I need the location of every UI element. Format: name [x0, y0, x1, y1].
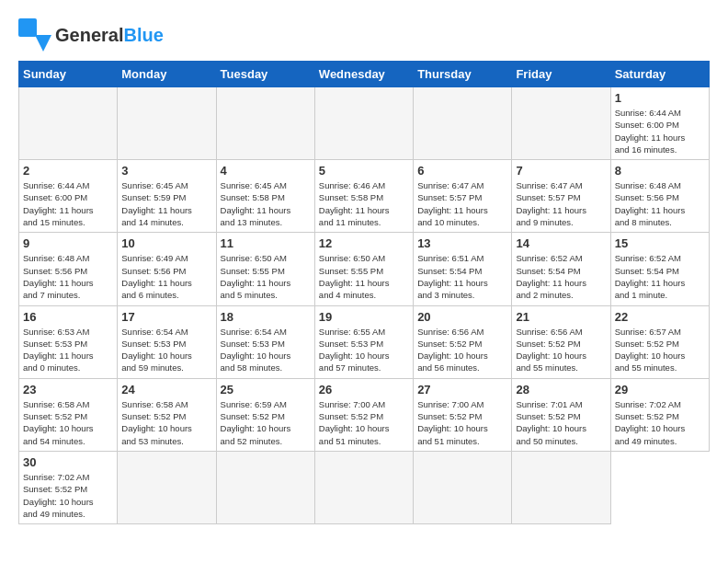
day-number: 6: [417, 164, 507, 178]
calendar-cell: [118, 451, 216, 523]
calendar-cell: [512, 451, 610, 523]
day-number: 4: [221, 164, 311, 178]
page-header: GeneralBlue: [18, 18, 710, 52]
day-info: Sunrise: 7:02 AM Sunset: 5:52 PM Dayligh…: [23, 471, 113, 520]
calendar-cell: 11Sunrise: 6:50 AM Sunset: 5:55 PM Dayli…: [216, 233, 314, 305]
day-info: Sunrise: 6:51 AM Sunset: 5:54 PM Dayligh…: [417, 252, 507, 301]
day-info: Sunrise: 6:47 AM Sunset: 5:57 PM Dayligh…: [516, 179, 606, 228]
calendar-cell: 26Sunrise: 7:00 AM Sunset: 5:52 PM Dayli…: [314, 378, 413, 451]
day-number: 30: [23, 455, 113, 469]
calendar-cell: 10Sunrise: 6:49 AM Sunset: 5:56 PM Dayli…: [118, 233, 216, 305]
day-number: 27: [417, 383, 507, 396]
day-number: 1: [615, 91, 705, 105]
day-info: Sunrise: 6:58 AM Sunset: 5:52 PM Dayligh…: [23, 398, 113, 447]
weekday-saturday: Saturday: [610, 62, 709, 87]
svg-rect-0: [18, 18, 37, 37]
calendar-row-2: 9Sunrise: 6:48 AM Sunset: 5:56 PM Daylig…: [19, 233, 710, 305]
day-info: Sunrise: 6:44 AM Sunset: 6:00 PM Dayligh…: [23, 179, 113, 228]
day-info: Sunrise: 6:45 AM Sunset: 5:59 PM Dayligh…: [121, 179, 211, 228]
day-number: 19: [319, 310, 409, 324]
day-info: Sunrise: 6:48 AM Sunset: 5:56 PM Dayligh…: [23, 252, 113, 301]
day-number: 12: [319, 236, 409, 250]
calendar-cell: 27Sunrise: 7:00 AM Sunset: 5:52 PM Dayli…: [414, 378, 512, 451]
day-info: Sunrise: 6:45 AM Sunset: 5:58 PM Dayligh…: [221, 179, 311, 228]
day-number: 14: [516, 236, 606, 250]
calendar-cell: 28Sunrise: 7:01 AM Sunset: 5:52 PM Dayli…: [512, 378, 610, 451]
day-info: Sunrise: 6:54 AM Sunset: 5:53 PM Dayligh…: [121, 326, 211, 374]
day-info: Sunrise: 7:01 AM Sunset: 5:52 PM Dayligh…: [516, 398, 606, 447]
calendar-cell: 25Sunrise: 6:59 AM Sunset: 5:52 PM Dayli…: [216, 378, 314, 451]
calendar-cell: 1Sunrise: 6:44 AM Sunset: 6:00 PM Daylig…: [610, 87, 709, 160]
day-number: 5: [319, 164, 409, 178]
calendar-cell: [314, 451, 413, 523]
day-number: 7: [516, 164, 606, 178]
day-number: 29: [615, 383, 705, 396]
day-number: 20: [417, 310, 507, 324]
calendar-cell: 13Sunrise: 6:51 AM Sunset: 5:54 PM Dayli…: [414, 233, 512, 305]
calendar-cell: [314, 87, 413, 160]
day-info: Sunrise: 6:57 AM Sunset: 5:52 PM Dayligh…: [615, 326, 705, 374]
day-info: Sunrise: 7:02 AM Sunset: 5:52 PM Dayligh…: [615, 398, 705, 447]
day-info: Sunrise: 6:48 AM Sunset: 5:56 PM Dayligh…: [615, 179, 705, 228]
day-number: 22: [615, 310, 705, 324]
calendar-row-0: 1Sunrise: 6:44 AM Sunset: 6:00 PM Daylig…: [19, 87, 710, 160]
calendar-cell: 29Sunrise: 7:02 AM Sunset: 5:52 PM Dayli…: [610, 378, 709, 451]
calendar-cell: 2Sunrise: 6:44 AM Sunset: 6:00 PM Daylig…: [19, 160, 118, 233]
calendar-cell: 3Sunrise: 6:45 AM Sunset: 5:59 PM Daylig…: [118, 160, 216, 233]
calendar-cell: [414, 87, 512, 160]
calendar-cell: 4Sunrise: 6:45 AM Sunset: 5:58 PM Daylig…: [216, 160, 314, 233]
calendar-row-4: 23Sunrise: 6:58 AM Sunset: 5:52 PM Dayli…: [19, 378, 710, 451]
day-number: 3: [121, 164, 211, 178]
logo: GeneralBlue: [18, 18, 164, 52]
day-number: 28: [516, 383, 606, 396]
day-info: Sunrise: 6:58 AM Sunset: 5:52 PM Dayligh…: [121, 398, 211, 447]
calendar-cell: 7Sunrise: 6:47 AM Sunset: 5:57 PM Daylig…: [512, 160, 610, 233]
calendar-cell: [216, 451, 314, 523]
weekday-sunday: Sunday: [19, 62, 118, 87]
calendar-cell: [118, 87, 216, 160]
weekday-tuesday: Tuesday: [216, 62, 314, 87]
calendar-cell: 17Sunrise: 6:54 AM Sunset: 5:53 PM Dayli…: [118, 305, 216, 378]
weekday-monday: Monday: [118, 62, 216, 87]
calendar-table: SundayMondayTuesdayWednesdayThursdayFrid…: [18, 61, 710, 524]
day-info: Sunrise: 6:52 AM Sunset: 5:54 PM Dayligh…: [516, 252, 606, 301]
calendar-cell: 16Sunrise: 6:53 AM Sunset: 5:53 PM Dayli…: [19, 305, 118, 378]
day-number: 18: [221, 310, 311, 324]
calendar-cell: [19, 87, 118, 160]
day-info: Sunrise: 7:00 AM Sunset: 5:52 PM Dayligh…: [417, 398, 507, 447]
calendar-cell: 24Sunrise: 6:58 AM Sunset: 5:52 PM Dayli…: [118, 378, 216, 451]
day-number: 2: [23, 164, 113, 178]
calendar-cell: 6Sunrise: 6:47 AM Sunset: 5:57 PM Daylig…: [414, 160, 512, 233]
day-number: 25: [221, 383, 311, 396]
weekday-thursday: Thursday: [414, 62, 512, 87]
day-info: Sunrise: 6:53 AM Sunset: 5:53 PM Dayligh…: [23, 326, 113, 374]
day-number: 21: [516, 310, 606, 324]
day-info: Sunrise: 6:52 AM Sunset: 5:54 PM Dayligh…: [615, 252, 705, 301]
calendar-cell: 14Sunrise: 6:52 AM Sunset: 5:54 PM Dayli…: [512, 233, 610, 305]
day-number: 16: [23, 310, 113, 324]
calendar-cell: [512, 87, 610, 160]
day-info: Sunrise: 6:56 AM Sunset: 5:52 PM Dayligh…: [417, 326, 507, 374]
day-number: 11: [221, 236, 311, 250]
calendar-cell: 9Sunrise: 6:48 AM Sunset: 5:56 PM Daylig…: [19, 233, 118, 305]
day-info: Sunrise: 6:59 AM Sunset: 5:52 PM Dayligh…: [221, 398, 311, 447]
day-info: Sunrise: 6:46 AM Sunset: 5:58 PM Dayligh…: [319, 179, 409, 228]
calendar-cell: 20Sunrise: 6:56 AM Sunset: 5:52 PM Dayli…: [414, 305, 512, 378]
day-info: Sunrise: 6:50 AM Sunset: 5:55 PM Dayligh…: [221, 252, 311, 301]
calendar-row-3: 16Sunrise: 6:53 AM Sunset: 5:53 PM Dayli…: [19, 305, 710, 378]
calendar-row-1: 2Sunrise: 6:44 AM Sunset: 6:00 PM Daylig…: [19, 160, 710, 233]
calendar-row-5: 30Sunrise: 7:02 AM Sunset: 5:52 PM Dayli…: [19, 451, 710, 523]
day-info: Sunrise: 6:50 AM Sunset: 5:55 PM Dayligh…: [319, 252, 409, 301]
calendar-cell: 22Sunrise: 6:57 AM Sunset: 5:52 PM Dayli…: [610, 305, 709, 378]
calendar-cell: 23Sunrise: 6:58 AM Sunset: 5:52 PM Dayli…: [19, 378, 118, 451]
day-info: Sunrise: 6:47 AM Sunset: 5:57 PM Dayligh…: [417, 179, 507, 228]
day-info: Sunrise: 6:44 AM Sunset: 6:00 PM Dayligh…: [615, 107, 705, 155]
calendar-cell: 21Sunrise: 6:56 AM Sunset: 5:52 PM Dayli…: [512, 305, 610, 378]
calendar-cell: [414, 451, 512, 523]
calendar-cell: [216, 87, 314, 160]
day-info: Sunrise: 6:54 AM Sunset: 5:53 PM Dayligh…: [221, 326, 311, 374]
day-info: Sunrise: 7:00 AM Sunset: 5:52 PM Dayligh…: [319, 398, 409, 447]
calendar-cell: 30Sunrise: 7:02 AM Sunset: 5:52 PM Dayli…: [19, 451, 118, 523]
calendar-cell: 18Sunrise: 6:54 AM Sunset: 5:53 PM Dayli…: [216, 305, 314, 378]
day-number: 26: [319, 383, 409, 396]
